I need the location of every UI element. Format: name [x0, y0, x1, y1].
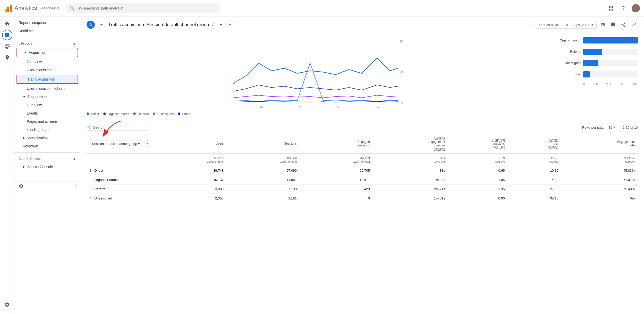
summary-eng-rate-value: 53.45% [565, 156, 635, 160]
svg-point-7 [634, 6, 637, 9]
row-1-sessions: 57,090 [227, 166, 300, 175]
row-4-avg-eng: 1m 01s [373, 194, 448, 203]
nav-overview-2[interactable]: Overview [14, 101, 80, 109]
svg-text:0: 0 [401, 102, 403, 105]
title-dropdown-button[interactable]: ▾ [217, 21, 225, 29]
rows-per-page-select[interactable]: 10 25 50 [607, 125, 616, 130]
account-selector[interactable]: All accounts ▾ [41, 6, 62, 10]
nav-user-acquisition-cohorts[interactable]: User acquisition cohorts [14, 84, 80, 93]
svg-rect-4 [612, 6, 613, 8]
table-search-input[interactable] [93, 125, 145, 129]
bar-row-email: Email [555, 71, 638, 77]
row-2-events-per: 14.09 [508, 175, 562, 185]
bar-track-organic [583, 37, 638, 43]
date-range-arrow-icon: ▾ [591, 23, 593, 27]
summary-events-per-value: 13.40 [511, 156, 558, 160]
legend-organic-search: Organic Search [103, 112, 129, 116]
nav-pages-screens[interactable]: Pages and screens [14, 117, 80, 126]
add-dimension-button[interactable]: + [144, 141, 150, 147]
sidebar-icon-reports[interactable] [2, 30, 12, 40]
nav-engagement[interactable]: ▼ Engagement [14, 93, 80, 101]
property-indicator[interactable]: A [87, 21, 95, 29]
row-1-engaged: 25,705 [300, 166, 373, 175]
table-search[interactable]: 🔍 [87, 124, 148, 131]
dimension-dropdown[interactable]: Session default channel group ▾ [90, 141, 142, 147]
sidebar-icon-explore[interactable] [2, 41, 12, 51]
legend-referral: Referral [133, 112, 149, 116]
nav-search-console[interactable]: ► Search Console [14, 163, 80, 171]
chat-icon[interactable] [609, 21, 617, 29]
nav-user-acquisition-cohorts-label: User acquisition cohorts [27, 86, 65, 91]
nav-monetization[interactable]: ► Monetization [14, 134, 80, 142]
svg-text:1K: 1K [400, 71, 403, 74]
date-range-picker[interactable]: Last 28 days Jul 10 – Aug 6, 2024 ▾ [536, 21, 597, 29]
col-header-events-per[interactable]: Eventspersession [508, 134, 562, 154]
nav-acquisition[interactable]: ▼ Acquisition [16, 48, 78, 57]
pagination-label: 1-10 of 10 [623, 126, 638, 129]
nav-section-search-console[interactable]: Search Console ▲ [14, 155, 80, 163]
user-avatar[interactable] [632, 4, 640, 12]
nav-landing-page[interactable]: Landing page [14, 126, 80, 134]
col-header-channel: Session default channel group ▾ + [87, 134, 154, 154]
global-search-bar[interactable]: 🔍 [66, 3, 220, 13]
col-header-avg-eng[interactable]: Averageengagementtime persession [373, 134, 448, 154]
chart-area: 2K 1K 0 14 21 28 04 Jul Aug [80, 33, 644, 120]
search-input[interactable] [77, 6, 216, 10]
row-1-avg-eng: 38s [373, 166, 448, 175]
col-header-sessions[interactable]: Sessions [227, 134, 300, 154]
col-header-users[interactable]: ↓ Users [154, 134, 227, 154]
col-engaged-label: Engagedsessions [358, 140, 370, 147]
sidebar-icon-settings[interactable] [2, 300, 12, 310]
summary-events-per-sub: Avg 0% [511, 160, 558, 163]
nav-traffic-acquisition-label: Traffic acquisition [27, 77, 55, 81]
nav-events[interactable]: Events [14, 109, 80, 117]
nav-reports-snapshot[interactable]: Reports snapshot [14, 19, 80, 27]
legend-unassigned-label: Unassigned [157, 112, 174, 116]
add-comparison-button[interactable]: + [98, 21, 105, 28]
row-3-users: 3,980 [154, 185, 227, 194]
summary-users-value: 55,870 [157, 156, 224, 160]
title-add-button[interactable]: + [226, 21, 233, 28]
logo[interactable]: Analytics [4, 4, 37, 12]
bar-axis-0: 0 [583, 83, 585, 86]
col-eng-rate-label: Engagementrate [617, 140, 635, 147]
nav-acquisition-label: Acquisition [29, 50, 46, 55]
nav-divider-2 [14, 152, 80, 153]
summary-engaged-value: 44,403 [303, 156, 370, 160]
nav-overview-1[interactable]: Overview [14, 58, 80, 66]
bar-track-referral [583, 49, 638, 55]
table-toolbar: 🔍 Rows per page: 10 25 50 1-10 of 10 [87, 124, 638, 131]
svg-text:Jul: Jul [254, 109, 258, 109]
collapse-icon[interactable]: ‹ [75, 184, 76, 188]
table-search-icon: 🔍 [87, 125, 91, 129]
sidebar-icon-home[interactable] [2, 19, 12, 29]
rows-per-page-control: Rows per page: 10 25 50 1-10 of 10 [582, 125, 638, 130]
legend-email-label: Email [182, 112, 190, 116]
col-header-eng-per-user[interactable]: Engagedsessionsper user [448, 134, 508, 154]
share-icon[interactable] [619, 21, 628, 29]
table-row: 2 Organic Search 10,137 14,951 10,617 1m… [87, 175, 638, 185]
summary-eng-per-user-sub: Avg 0% [451, 160, 505, 163]
sidebar-icon-advertising[interactable] [2, 53, 12, 63]
col-header-eng-rate[interactable]: Engagementrate [562, 134, 638, 154]
nav-user-acquisition[interactable]: User acquisition [14, 66, 80, 74]
summary-eng-per-user: 0.79 Avg 0% [448, 154, 508, 166]
legend-dot-organic [103, 112, 106, 115]
nav-retention[interactable]: Retention [14, 142, 80, 150]
nav-settings[interactable]: ‹ [14, 181, 80, 191]
nav-realtime[interactable]: Realtime [14, 27, 80, 35]
summary-eng-rate: 53.45% Avg 0% [562, 154, 638, 166]
col-header-engaged[interactable]: Engagedsessions [300, 134, 373, 154]
insights-icon[interactable] [630, 21, 638, 29]
customize-icon[interactable] [599, 21, 607, 29]
help-icon[interactable]: ? [619, 4, 628, 12]
summary-channel [87, 154, 154, 166]
row-1-eng-rate: 45.03% [562, 166, 638, 175]
bar-fill-referral [583, 49, 602, 55]
table-header-row: Session default channel group ▾ + ↓ User… [87, 134, 638, 154]
nav-pages-screens-label: Pages and screens [27, 119, 58, 124]
nav-section-lifecycle[interactable]: Life cycle ▲ [14, 39, 80, 47]
nav-traffic-acquisition[interactable]: Traffic acquisition [16, 75, 78, 84]
legend-direct: Direct [87, 112, 99, 116]
apps-icon[interactable] [607, 4, 615, 12]
